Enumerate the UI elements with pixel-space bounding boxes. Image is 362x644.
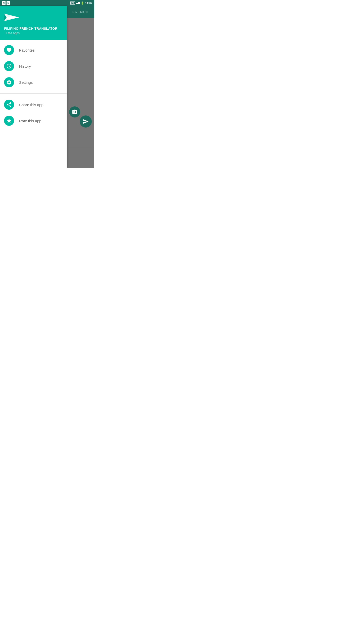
menu-divider <box>0 93 67 94</box>
drawer-header: FILIPINO FRENCH TRANSLATOR TTMA Apps <box>0 6 67 40</box>
share-icon <box>6 102 12 107</box>
signal-icon <box>76 2 80 4</box>
main-header: FRENCH <box>67 6 94 18</box>
lte-indicator: LTE <box>70 2 75 5</box>
rate-label: Rate this app <box>19 119 41 123</box>
navigation-drawer: FILIPINO FRENCH TRANSLATOR TTMA Apps Fav… <box>0 6 67 168</box>
main-header-title: FRENCH <box>72 10 88 14</box>
app-subtitle: TTMA Apps <box>4 31 63 35</box>
battery-icon: 🔋 <box>81 2 84 5</box>
menu-item-favorites[interactable]: Favorites <box>0 42 67 58</box>
settings-icon-circle <box>4 77 14 87</box>
camera-icon <box>72 109 77 115</box>
notification-icon-1: N <box>2 1 6 5</box>
menu-item-history[interactable]: History <box>0 58 67 74</box>
send-button[interactable] <box>80 115 92 128</box>
clock-icon <box>6 63 12 69</box>
favorites-icon-circle <box>4 45 14 55</box>
send-icon <box>83 118 89 125</box>
history-label: History <box>19 64 31 68</box>
menu-item-share[interactable]: Share this app <box>0 97 67 113</box>
rate-icon-circle <box>4 116 14 126</box>
star-icon <box>6 118 12 124</box>
drawer-menu: Favorites History <box>0 40 67 168</box>
share-icon-circle <box>4 100 14 110</box>
primary-menu-section: Favorites History <box>0 40 67 92</box>
heart-icon <box>6 47 12 53</box>
secondary-menu-section: Share this app Rate this app <box>0 95 67 131</box>
menu-item-rate[interactable]: Rate this app <box>0 113 67 129</box>
main-content: FRENCH <box>67 6 94 168</box>
history-icon-circle <box>4 61 14 71</box>
status-time: 11:37 <box>85 2 92 5</box>
status-bar: N N LTE 🔋 11:37 <box>0 0 94 6</box>
share-label: Share this app <box>19 103 43 107</box>
translation-input-area <box>67 148 94 168</box>
app-title: FILIPINO FRENCH TRANSLATOR <box>4 27 63 30</box>
camera-button[interactable] <box>69 106 80 117</box>
app-logo <box>4 11 19 24</box>
gear-icon <box>6 79 12 85</box>
settings-label: Settings <box>19 80 33 85</box>
notification-icon-2: N <box>7 1 10 5</box>
menu-item-settings[interactable]: Settings <box>0 74 67 90</box>
favorites-label: Favorites <box>19 48 35 52</box>
app-container: FILIPINO FRENCH TRANSLATOR TTMA Apps Fav… <box>0 6 94 168</box>
translation-output-area <box>67 18 94 148</box>
